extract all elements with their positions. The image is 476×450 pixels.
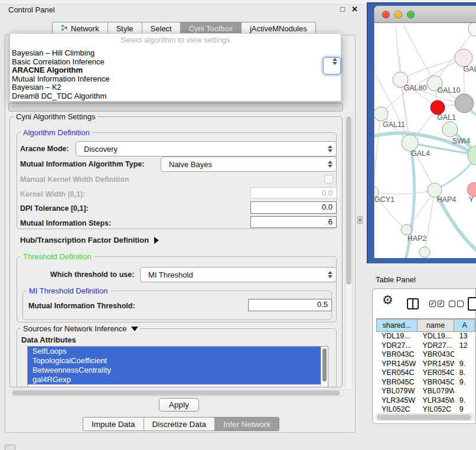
- network-edge[interactable]: [425, 190, 435, 252]
- dpi-tolerance-label: DPI Tolerance [0,1]:: [20, 204, 89, 213]
- network-node-gal1[interactable]: [431, 100, 445, 115]
- data-attributes-list[interactable]: SelfLoopsTopologicalCoefficientBetweenne…: [27, 346, 328, 387]
- table-horizontal-scrollbar[interactable]: [375, 413, 474, 420]
- algorithm-combobox-fragment[interactable]: [323, 57, 341, 74]
- tab-select[interactable]: Select: [142, 22, 181, 34]
- sources-title: Sources for Network Inference: [23, 324, 127, 333]
- network-edge[interactable]: [404, 25, 435, 83]
- table-row[interactable]: YLR345WYLR345W9.: [376, 396, 475, 406]
- table-row[interactable]: YDR27...YDR27...12: [376, 341, 475, 351]
- which-threshold-combobox[interactable]: MI Threshold: [140, 267, 337, 282]
- close-traffic-light-icon[interactable]: [382, 11, 390, 18]
- network-canvas[interactable]: GALGAL80GAL10GAL1GAL11SWI4GAL4GCY1HAP4YH…: [374, 23, 476, 258]
- network-node[interactable]: [419, 247, 430, 257]
- control-panel-title: Control Panel: [8, 5, 55, 14]
- settings-vertical-scrollbar-thumb[interactable]: [346, 116, 351, 285]
- mi-threshold-field[interactable]: 0.5: [248, 299, 332, 311]
- attributes-scrollbar-track[interactable]: [321, 347, 328, 387]
- network-node-y[interactable]: [467, 182, 476, 197]
- document-icon[interactable]: [468, 297, 476, 311]
- tab-style[interactable]: Style: [108, 22, 142, 34]
- algorithm-option[interactable]: Bayesian – K2: [10, 83, 341, 92]
- network-node-gal[interactable]: [455, 49, 472, 67]
- network-window-frame: GALGAL80GAL10GAL1GAL11SWI4GAL4GCY1HAP4YH…: [367, 2, 476, 263]
- table-row[interactable]: YPR145WYPR145W9.: [376, 360, 475, 369]
- algorithm-option[interactable]: Mutual Information Inference: [10, 75, 341, 84]
- data-attributes-label: Data Attributes: [21, 335, 76, 344]
- expanded-arrow-icon: [131, 327, 138, 331]
- gear-icon[interactable]: ⚙: [382, 293, 393, 307]
- mi-steps-field[interactable]: 6: [250, 216, 337, 228]
- table-cell: YER054C: [376, 369, 417, 378]
- settings-horizontal-scrollbar-thumb[interactable]: [12, 390, 340, 396]
- network-node-gal4[interactable]: [402, 135, 418, 151]
- column-header[interactable]: A: [454, 319, 475, 332]
- tab-impute-data[interactable]: Impute Data: [83, 418, 144, 431]
- float-window-icon[interactable]: □: [340, 5, 345, 14]
- close-window-icon[interactable]: ✕: [351, 5, 358, 14]
- network-node[interactable]: [455, 94, 474, 113]
- tab-label: Style: [116, 24, 133, 33]
- algorithm-option[interactable]: ARACNE Algorithm: [10, 66, 341, 75]
- column-header[interactable]: name: [418, 319, 455, 332]
- sources-toggle[interactable]: Sources for Network Inference: [21, 324, 141, 333]
- panel-splitter-handle[interactable]: [357, 216, 363, 224]
- settings-horizontal-scrollbar[interactable]: [9, 389, 344, 397]
- table-panel-window: ⚙ ✓✓ shared...nameA YDL19...YDL19...13YD…: [372, 288, 476, 424]
- zoom-traffic-light-icon[interactable]: [407, 11, 415, 18]
- table-horizontal-scrollbar-thumb[interactable]: [377, 415, 471, 420]
- table-cell: YBR045C: [376, 378, 417, 387]
- data-attribute-item[interactable]: SelfLoops: [28, 347, 328, 356]
- attributes-scrollbar-thumb[interactable]: [322, 348, 327, 381]
- settings-vertical-scrollbar[interactable]: [345, 114, 353, 390]
- table-row[interactable]: YBR043CYBR043C: [376, 350, 475, 360]
- data-attribute-item[interactable]: TopologicalCoefficient: [28, 356, 328, 366]
- table-cell: YPR145W: [417, 360, 454, 369]
- network-node[interactable]: [468, 145, 476, 165]
- column-header[interactable]: shared...: [376, 319, 418, 332]
- table-row[interactable]: YIL052CYIL052C9: [376, 405, 475, 413]
- dpi-tolerance-field[interactable]: 0.0: [250, 201, 337, 214]
- mi-algorithm-type-combobox[interactable]: Naive Bayes: [161, 156, 337, 172]
- tab-infer-network[interactable]: Infer Network: [215, 418, 279, 431]
- network-edge[interactable]: [399, 56, 410, 143]
- hub-definition-toggle[interactable]: Hub/Transcription Factor Definition: [20, 236, 159, 244]
- network-window-titlebar[interactable]: [374, 6, 476, 23]
- network-edge[interactable]: [396, 27, 400, 80]
- network-node-gal11[interactable]: [374, 107, 388, 121]
- aracne-mode-combobox[interactable]: Discovery: [76, 141, 337, 156]
- table-row[interactable]: YDL19...YDL19...13: [376, 332, 475, 341]
- table-row[interactable]: YER054CYER054C8.: [376, 369, 475, 378]
- manual-kernel-width-checkbox[interactable]: [324, 175, 333, 184]
- minimize-traffic-light-icon[interactable]: [395, 11, 402, 18]
- algorithm-option[interactable]: Dream8 DC_TDC Algorithm: [10, 92, 341, 101]
- tab-discretize-data[interactable]: Discretize Data: [144, 418, 216, 431]
- table-panel-toolbar: ⚙ ✓✓: [373, 295, 475, 317]
- tab-jactivemnodules[interactable]: jActiveMNodules: [242, 22, 315, 34]
- data-attribute-item[interactable]: gal4RGexp: [28, 375, 328, 384]
- data-attribute-item[interactable]: BetweennessCentrality: [28, 366, 328, 375]
- algorithm-option[interactable]: Bayesian – Hill Climbing: [10, 49, 341, 58]
- kernel-width-field[interactable]: 0.0: [250, 187, 337, 198]
- tab-cyni-toolbox[interactable]: Cyni Toolbox: [181, 22, 242, 34]
- table-row[interactable]: YBR045CYBR045C9.: [376, 378, 475, 387]
- manual-kernel-width-label: Manual Kernel Width Definition: [20, 175, 129, 184]
- network-icon: [61, 24, 68, 33]
- tab-label: Infer Network: [223, 420, 270, 429]
- tab-network[interactable]: Network: [53, 22, 108, 34]
- network-node[interactable]: [468, 23, 476, 36]
- unchecked-columns-icon[interactable]: [449, 301, 464, 307]
- network-edge[interactable]: [374, 190, 435, 194]
- network-edge[interactable]: [374, 114, 381, 192]
- checked-columns-icon[interactable]: ✓✓: [429, 301, 444, 307]
- split-columns-icon[interactable]: [407, 298, 419, 309]
- collapsed-corner-widget[interactable]: [5, 445, 15, 450]
- network-node-hap2[interactable]: [401, 224, 412, 235]
- which-threshold-value: MI Threshold: [148, 270, 193, 279]
- algorithm-option[interactable]: Basic Correlation Inference: [10, 58, 341, 67]
- table-row[interactable]: YBL079WYBL079W: [376, 387, 475, 396]
- apply-button[interactable]: Apply: [159, 398, 199, 412]
- table-cell: [454, 350, 475, 360]
- network-node-swi4[interactable]: [442, 122, 458, 137]
- node-label: GAL10: [438, 86, 461, 94]
